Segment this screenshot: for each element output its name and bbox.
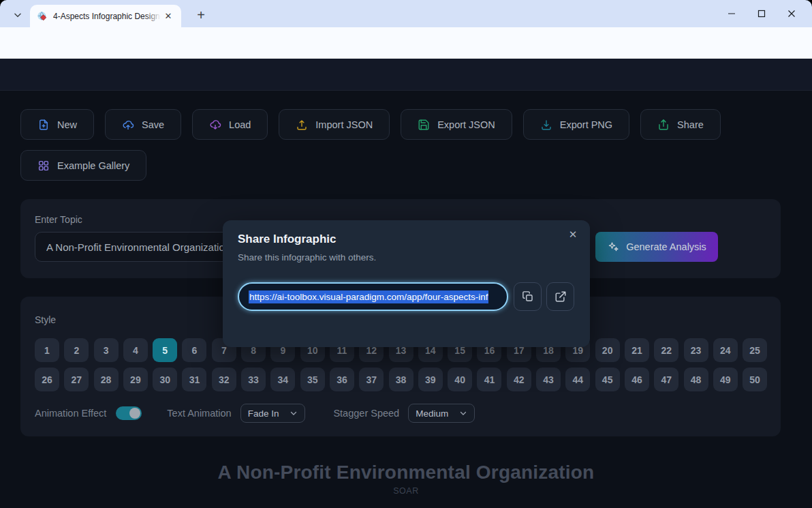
style-number-40[interactable]: 40 <box>448 368 472 391</box>
text-animation-select[interactable]: Fade In <box>240 404 306 423</box>
generate-analysis-button[interactable]: Generate Analysis <box>595 232 718 262</box>
save-button[interactable]: Save <box>105 109 181 140</box>
style-number-27[interactable]: 27 <box>64 368 89 391</box>
minimize-button[interactable] <box>717 0 747 27</box>
style-number-46[interactable]: 46 <box>625 368 649 391</box>
tab-title-fade <box>146 12 161 21</box>
style-number-41[interactable]: 41 <box>477 368 501 391</box>
close-window-button[interactable] <box>777 0 807 27</box>
style-number-3[interactable]: 3 <box>94 338 119 362</box>
button-label: Export JSON <box>437 119 495 130</box>
app-toolbar-row-2: Example Gallery <box>20 150 146 181</box>
copy-icon <box>522 290 534 303</box>
style-number-23[interactable]: 23 <box>684 338 708 362</box>
tab-favicon-icon <box>37 11 48 22</box>
style-number-48[interactable]: 48 <box>684 368 708 391</box>
style-number-34[interactable]: 34 <box>270 368 295 391</box>
button-label: Load <box>229 119 251 130</box>
import-json-button[interactable]: Import JSON <box>279 109 390 140</box>
share-button[interactable]: Share <box>640 109 721 140</box>
stagger-speed-label: Stagger Speed <box>333 408 399 419</box>
open-in-new-tab-button[interactable] <box>546 282 574 311</box>
tab-close-icon[interactable]: ✕ <box>162 10 174 23</box>
style-number-42[interactable]: 42 <box>507 368 531 391</box>
style-number-38[interactable]: 38 <box>389 368 413 391</box>
new-tab-button[interactable]: + <box>192 6 210 24</box>
app-header: Four-Aspects Infographic Designer Powere… <box>0 59 812 91</box>
tab-search-button[interactable] <box>8 5 27 25</box>
chevron-down-icon <box>13 10 22 20</box>
animation-controls-row: Animation Effect Text Animation Fade In … <box>35 403 475 423</box>
window-controls <box>717 0 807 27</box>
topic-label: Enter Topic <box>35 214 82 225</box>
style-number-35[interactable]: 35 <box>300 368 325 391</box>
style-number-32[interactable]: 32 <box>212 368 236 391</box>
style-number-47[interactable]: 47 <box>654 368 678 391</box>
style-number-2[interactable]: 2 <box>64 338 89 362</box>
style-number-24[interactable]: 24 <box>713 338 738 362</box>
style-number-25[interactable]: 25 <box>743 338 767 362</box>
upload-icon <box>296 119 308 131</box>
style-number-6[interactable]: 6 <box>182 338 206 362</box>
stagger-speed-value: Medium <box>416 408 448 419</box>
cloud-download-icon <box>209 119 221 131</box>
load-button[interactable]: Load <box>192 109 268 140</box>
style-number-36[interactable]: 36 <box>330 368 354 391</box>
share-url-input[interactable]: https://ai-toolbox.visual-paradigm.com/a… <box>238 282 508 311</box>
sparkles-icon <box>607 241 619 253</box>
animation-effect-toggle[interactable] <box>116 406 142 420</box>
example-gallery-button[interactable]: Example Gallery <box>20 150 146 181</box>
export-png-button[interactable]: Export PNG <box>523 109 629 140</box>
text-animation-value: Fade In <box>248 408 279 419</box>
maximize-button[interactable] <box>747 0 777 27</box>
style-number-21[interactable]: 21 <box>625 338 649 362</box>
tab-title: 4-Aspects Infographic Designer <box>53 12 161 21</box>
style-number-49[interactable]: 49 <box>713 368 738 391</box>
share-modal-subtitle: Share this infographic with others. <box>238 252 376 263</box>
app-toolbar-row: NewSaveLoadImport JSONExport JSONExport … <box>20 109 721 140</box>
style-number-1[interactable]: 1 <box>35 338 59 362</box>
example-gallery-label: Example Gallery <box>57 160 129 171</box>
button-label: Import JSON <box>315 119 373 130</box>
export-json-button[interactable]: Export JSON <box>401 109 512 140</box>
style-number-39[interactable]: 39 <box>418 368 443 391</box>
button-label: New <box>57 119 77 130</box>
style-label: Style <box>35 314 56 325</box>
style-number-29[interactable]: 29 <box>123 368 148 391</box>
style-number-20[interactable]: 20 <box>595 338 620 362</box>
style-number-44[interactable]: 44 <box>565 368 590 391</box>
copy-url-button[interactable] <box>514 282 542 311</box>
external-link-icon <box>555 290 567 303</box>
new-button[interactable]: New <box>20 109 94 140</box>
style-number-31[interactable]: 31 <box>182 368 206 391</box>
style-number-22[interactable]: 22 <box>654 338 678 362</box>
style-number-50[interactable]: 50 <box>743 368 767 391</box>
style-number-4[interactable]: 4 <box>123 338 148 362</box>
browser-tab[interactable]: 4-Aspects Infographic Designer ✕ <box>30 5 181 27</box>
generate-analysis-label: Generate Analysis <box>626 241 706 252</box>
browser-toolbar: ai-toolbox.visual-paradigm.com/app/four-… <box>0 27 812 59</box>
share-modal-title: Share Infographic <box>238 233 337 246</box>
doc-plus-icon <box>37 119 50 131</box>
floppy-icon <box>418 119 430 131</box>
close-icon[interactable]: ✕ <box>565 227 580 242</box>
infographic-subtitle: SOAR <box>0 486 812 496</box>
style-number-43[interactable]: 43 <box>536 368 561 391</box>
toggle-knob <box>129 408 140 419</box>
style-number-5[interactable]: 5 <box>153 338 177 362</box>
share-icon <box>657 119 670 131</box>
style-number-45[interactable]: 45 <box>595 368 620 391</box>
style-number-37[interactable]: 37 <box>359 368 384 391</box>
style-number-33[interactable]: 33 <box>241 368 266 391</box>
button-label: Save <box>142 119 164 130</box>
stagger-speed-select[interactable]: Medium <box>408 404 475 423</box>
share-modal: Share Infographic Share this infographic… <box>223 220 590 347</box>
button-label: Share <box>677 119 704 130</box>
button-label: Export PNG <box>560 119 612 130</box>
style-number-26[interactable]: 26 <box>35 368 59 391</box>
browser-window: 4-Aspects Infographic Designer ✕ + <box>0 0 812 508</box>
style-number-30[interactable]: 30 <box>153 368 177 391</box>
style-number-28[interactable]: 28 <box>94 368 119 391</box>
animation-effect-label: Animation Effect <box>35 408 106 419</box>
chevron-down-icon <box>290 409 298 417</box>
